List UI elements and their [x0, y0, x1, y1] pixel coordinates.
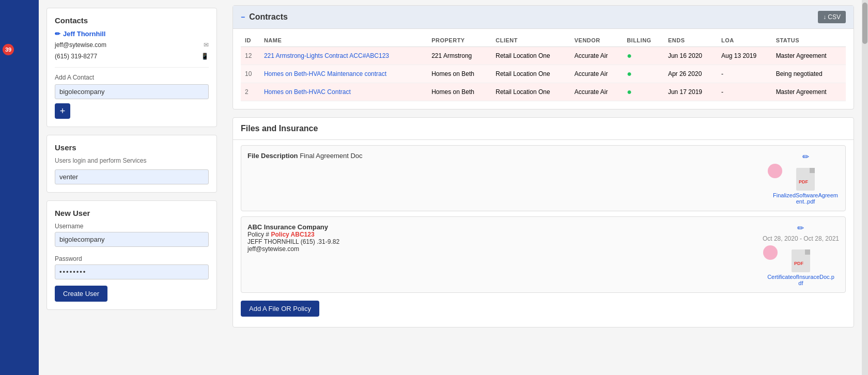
users-subtitle: Users login and perform Services — [55, 157, 209, 164]
policy-item: ABC Insurance Company Policy # Policy AB… — [241, 216, 846, 293]
policy-number-value: Policy ABC123 — [271, 231, 314, 238]
billing-check: ● — [627, 87, 632, 96]
contact-email-row: jeff@sytewise.com ✉ — [55, 40, 209, 51]
col-property: PROPERTY — [427, 34, 491, 47]
table-row: 2 Homes on Beth-HVAC Contract Homes on B… — [241, 83, 846, 101]
billing-check: ● — [627, 69, 632, 78]
add-contact-button[interactable]: + — [55, 103, 70, 119]
contracts-header: − Contracts ↓ CSV — [233, 6, 854, 29]
svg-text:PDF: PDF — [799, 179, 809, 184]
col-ends: ENDS — [664, 34, 717, 47]
create-user-button[interactable]: Create User — [55, 286, 107, 302]
scrollbar[interactable] — [862, 0, 868, 375]
contracts-table: ID NAME PROPERTY CLIENT VENDOR BILLING E… — [241, 34, 846, 101]
contracts-title: − Contracts — [241, 12, 288, 22]
add-file-policy-button[interactable]: Add A File OR Policy — [241, 301, 319, 317]
cell-ends: Jun 16 2020 — [664, 47, 717, 65]
cell-name: Homes on Beth-HVAC Maintenance contract — [260, 65, 427, 83]
collapse-icon[interactable]: − — [241, 13, 245, 21]
file-icon-container: PDF FinalizedSoftwareAgreement..pdf — [772, 168, 839, 205]
cell-client: Retail Location One — [491, 83, 570, 101]
cell-id: 2 — [241, 83, 260, 101]
csv-button[interactable]: ↓ CSV — [818, 11, 846, 23]
files-header: Files and Insurance — [233, 118, 854, 140]
cell-ends: Apr 26 2020 — [664, 65, 717, 83]
files-content: File Description Final Agreement Doc ✏ — [233, 140, 854, 327]
scrollbar-thumb — [862, 3, 867, 44]
cell-vendor: Accurate Air — [570, 65, 623, 83]
billing-check: ● — [627, 51, 632, 60]
contract-link[interactable]: Homes on Beth-HVAC Maintenance contract — [264, 70, 386, 77]
cell-property: Homes on Beth — [427, 65, 491, 83]
users-input[interactable] — [55, 169, 209, 184]
files-title: Files and Insurance — [241, 124, 318, 133]
svg-marker-1 — [810, 168, 815, 173]
file-name: FinalizedSoftwareAgreement..pdf — [772, 192, 839, 205]
new-user-card: New User Username Password Create User — [47, 200, 217, 310]
files-section: Files and Insurance File Description Fin… — [233, 117, 854, 327]
col-id: ID — [241, 34, 260, 47]
policy-date-range: Oct 28, 2020 - Oct 28, 2021 — [763, 235, 839, 242]
pdf-icon: PDF — [796, 168, 815, 191]
pdf-file-svg: PDF — [796, 168, 815, 191]
svg-text:PDF: PDF — [794, 261, 804, 266]
col-vendor: VENDOR — [570, 34, 623, 47]
col-billing: BILLING — [623, 34, 664, 47]
contracts-table-body: 12 221 Armstrong-Lights Contract ACC#ABC… — [241, 47, 846, 101]
policy-file-icon-container: PDF CertificateofInsuraceDoc.pdf — [767, 249, 834, 286]
cell-property: Homes on Beth — [427, 83, 491, 101]
add-contact-input[interactable] — [55, 84, 209, 99]
table-row: 10 Homes on Beth-HVAC Maintenance contra… — [241, 65, 846, 83]
contracts-section: − Contracts ↓ CSV ID NAME PROPERTY CLIEN… — [233, 5, 854, 110]
contacts-title: Contacts — [55, 16, 209, 25]
contract-link[interactable]: 221 Armstrong-Lights Contract ACC#ABC123 — [264, 52, 389, 59]
policy-contact-email: jeff@sytewise.com — [247, 245, 755, 253]
right-panel: − Contracts ↓ CSV ID NAME PROPERTY CLIEN… — [225, 0, 862, 375]
left-panel: Contacts ✏ Jeff Thornhill jeff@sytewise.… — [39, 0, 225, 375]
contacts-card: Contacts ✏ Jeff Thornhill jeff@sytewise.… — [47, 8, 217, 127]
pencil-icon: ✏ — [55, 30, 60, 38]
policy-file-name: CertificateofInsuraceDoc.pdf — [767, 274, 834, 286]
password-input[interactable] — [55, 264, 209, 279]
notification-badge[interactable]: 39 — [3, 44, 14, 55]
file-item: File Description Final Agreement Doc ✏ — [241, 145, 846, 211]
svg-marker-4 — [805, 249, 810, 255]
pink-circle-decoration — [763, 245, 778, 260]
cell-vendor: Accurate Air — [570, 47, 623, 65]
policy-file-icon-wrapper[interactable]: PDF CertificateofInsuraceDoc.pdf — [767, 249, 834, 286]
left-sidebar: 39 — [0, 0, 39, 375]
cell-id: 10 — [241, 65, 260, 83]
col-client: CLIENT — [491, 34, 570, 47]
cell-vendor: Accurate Air — [570, 83, 623, 101]
policy-item-left: ABC Insurance Company Policy # Policy AB… — [247, 223, 755, 253]
pdf-icon: PDF — [792, 249, 810, 272]
cell-ends: Jun 17 2019 — [664, 83, 717, 101]
contact-phone-row: (615) 319-8277 📱 — [55, 51, 209, 62]
email-icon: ✉ — [204, 40, 209, 51]
col-loa: LOA — [717, 34, 772, 47]
table-row: 12 221 Armstrong-Lights Contract ACC#ABC… — [241, 47, 846, 65]
pdf-file-svg: PDF — [792, 249, 810, 272]
cell-name: 221 Armstrong-Lights Contract ACC#ABC123 — [260, 47, 427, 65]
file-item-right: ✏ PDF F — [772, 152, 839, 205]
username-input[interactable] — [55, 232, 209, 247]
contracts-table-header: ID NAME PROPERTY CLIENT VENDOR BILLING E… — [241, 34, 846, 47]
policy-contact-name: JEFF THORNHILL (615) .31-9.82 — [247, 238, 755, 245]
cell-client: Retail Location One — [491, 47, 570, 65]
edit-icon[interactable]: ✏ — [797, 223, 804, 233]
new-user-title: New User — [55, 209, 209, 217]
cell-status: Master Agreement — [772, 83, 846, 101]
cell-status: Being negotiated — [772, 65, 846, 83]
cell-name: Homes on Beth-HVAC Contract — [260, 83, 427, 101]
cell-id: 12 — [241, 47, 260, 65]
cell-billing: ● — [623, 65, 664, 83]
cell-billing: ● — [623, 47, 664, 65]
username-label: Username — [55, 223, 209, 230]
file-description: File Description Final Agreement Doc — [247, 152, 764, 160]
contract-link[interactable]: Homes on Beth-HVAC Contract — [264, 88, 351, 96]
cell-loa: - — [717, 83, 772, 101]
policy-number-row: Policy # Policy ABC123 — [247, 231, 755, 238]
edit-icon[interactable]: ✏ — [802, 152, 809, 162]
file-icon-wrapper[interactable]: PDF FinalizedSoftwareAgreement..pdf — [772, 168, 839, 205]
cell-billing: ● — [623, 83, 664, 101]
